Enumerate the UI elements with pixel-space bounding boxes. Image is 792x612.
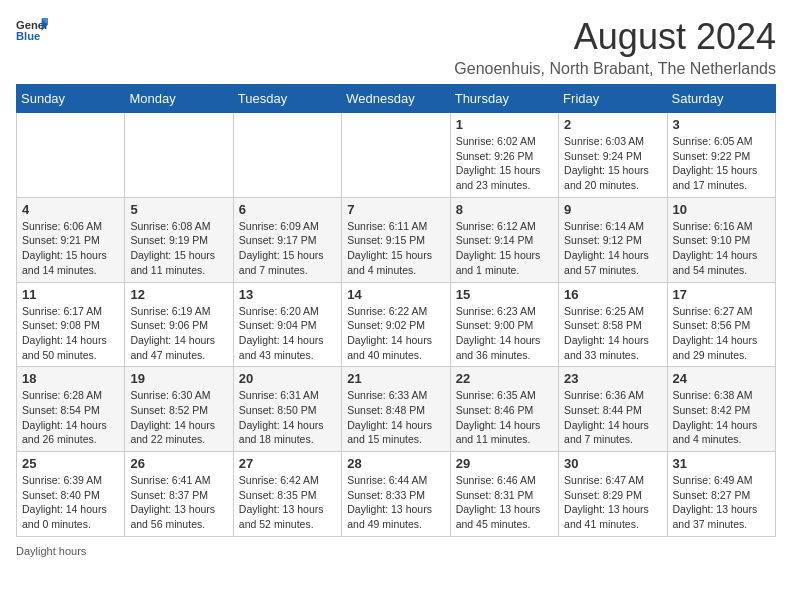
calendar-cell: 4Sunrise: 6:06 AM Sunset: 9:21 PM Daylig…: [17, 197, 125, 282]
calendar-cell: 11Sunrise: 6:17 AM Sunset: 9:08 PM Dayli…: [17, 282, 125, 367]
day-info: Sunrise: 6:23 AM Sunset: 9:00 PM Dayligh…: [456, 304, 553, 363]
calendar-week-row: 25Sunrise: 6:39 AM Sunset: 8:40 PM Dayli…: [17, 452, 776, 537]
day-number: 27: [239, 456, 336, 471]
day-number: 25: [22, 456, 119, 471]
day-number: 3: [673, 117, 770, 132]
col-header-sunday: Sunday: [17, 85, 125, 113]
calendar-cell: 30Sunrise: 6:47 AM Sunset: 8:29 PM Dayli…: [559, 452, 667, 537]
calendar-cell: 12Sunrise: 6:19 AM Sunset: 9:06 PM Dayli…: [125, 282, 233, 367]
calendar-cell: 19Sunrise: 6:30 AM Sunset: 8:52 PM Dayli…: [125, 367, 233, 452]
day-info: Sunrise: 6:19 AM Sunset: 9:06 PM Dayligh…: [130, 304, 227, 363]
calendar-week-row: 1Sunrise: 6:02 AM Sunset: 9:26 PM Daylig…: [17, 113, 776, 198]
day-number: 24: [673, 371, 770, 386]
day-number: 20: [239, 371, 336, 386]
col-header-thursday: Thursday: [450, 85, 558, 113]
calendar-cell: 22Sunrise: 6:35 AM Sunset: 8:46 PM Dayli…: [450, 367, 558, 452]
day-number: 18: [22, 371, 119, 386]
calendar-cell: 13Sunrise: 6:20 AM Sunset: 9:04 PM Dayli…: [233, 282, 341, 367]
day-number: 9: [564, 202, 661, 217]
page-header: General Blue August 2024 Genoenhuis, Nor…: [16, 16, 776, 78]
calendar-cell: 29Sunrise: 6:46 AM Sunset: 8:31 PM Dayli…: [450, 452, 558, 537]
col-header-tuesday: Tuesday: [233, 85, 341, 113]
calendar-cell: 31Sunrise: 6:49 AM Sunset: 8:27 PM Dayli…: [667, 452, 775, 537]
day-info: Sunrise: 6:16 AM Sunset: 9:10 PM Dayligh…: [673, 219, 770, 278]
col-header-monday: Monday: [125, 85, 233, 113]
day-number: 15: [456, 287, 553, 302]
day-info: Sunrise: 6:09 AM Sunset: 9:17 PM Dayligh…: [239, 219, 336, 278]
day-number: 14: [347, 287, 444, 302]
day-info: Sunrise: 6:36 AM Sunset: 8:44 PM Dayligh…: [564, 388, 661, 447]
logo-icon: General Blue: [16, 16, 48, 44]
calendar-cell: [125, 113, 233, 198]
day-info: Sunrise: 6:25 AM Sunset: 8:58 PM Dayligh…: [564, 304, 661, 363]
title-block: August 2024 Genoenhuis, North Brabant, T…: [454, 16, 776, 78]
calendar-cell: 3Sunrise: 6:05 AM Sunset: 9:22 PM Daylig…: [667, 113, 775, 198]
day-number: 30: [564, 456, 661, 471]
day-info: Sunrise: 6:12 AM Sunset: 9:14 PM Dayligh…: [456, 219, 553, 278]
calendar-cell: 10Sunrise: 6:16 AM Sunset: 9:10 PM Dayli…: [667, 197, 775, 282]
day-number: 31: [673, 456, 770, 471]
day-info: Sunrise: 6:08 AM Sunset: 9:19 PM Dayligh…: [130, 219, 227, 278]
calendar-cell: [17, 113, 125, 198]
day-number: 12: [130, 287, 227, 302]
day-number: 11: [22, 287, 119, 302]
day-number: 16: [564, 287, 661, 302]
col-header-saturday: Saturday: [667, 85, 775, 113]
calendar-cell: 27Sunrise: 6:42 AM Sunset: 8:35 PM Dayli…: [233, 452, 341, 537]
calendar-cell: 24Sunrise: 6:38 AM Sunset: 8:42 PM Dayli…: [667, 367, 775, 452]
svg-text:Blue: Blue: [16, 30, 40, 42]
day-info: Sunrise: 6:31 AM Sunset: 8:50 PM Dayligh…: [239, 388, 336, 447]
day-number: 13: [239, 287, 336, 302]
calendar-cell: [342, 113, 450, 198]
day-info: Sunrise: 6:22 AM Sunset: 9:02 PM Dayligh…: [347, 304, 444, 363]
day-number: 19: [130, 371, 227, 386]
day-info: Sunrise: 6:38 AM Sunset: 8:42 PM Dayligh…: [673, 388, 770, 447]
day-info: Sunrise: 6:39 AM Sunset: 8:40 PM Dayligh…: [22, 473, 119, 532]
col-header-wednesday: Wednesday: [342, 85, 450, 113]
footer-note: Daylight hours: [16, 545, 776, 557]
calendar-cell: 20Sunrise: 6:31 AM Sunset: 8:50 PM Dayli…: [233, 367, 341, 452]
day-info: Sunrise: 6:05 AM Sunset: 9:22 PM Dayligh…: [673, 134, 770, 193]
calendar-cell: 21Sunrise: 6:33 AM Sunset: 8:48 PM Dayli…: [342, 367, 450, 452]
day-info: Sunrise: 6:02 AM Sunset: 9:26 PM Dayligh…: [456, 134, 553, 193]
day-info: Sunrise: 6:46 AM Sunset: 8:31 PM Dayligh…: [456, 473, 553, 532]
day-number: 6: [239, 202, 336, 217]
day-info: Sunrise: 6:49 AM Sunset: 8:27 PM Dayligh…: [673, 473, 770, 532]
calendar-cell: 5Sunrise: 6:08 AM Sunset: 9:19 PM Daylig…: [125, 197, 233, 282]
calendar-cell: 28Sunrise: 6:44 AM Sunset: 8:33 PM Dayli…: [342, 452, 450, 537]
day-info: Sunrise: 6:27 AM Sunset: 8:56 PM Dayligh…: [673, 304, 770, 363]
month-year-title: August 2024: [454, 16, 776, 58]
col-header-friday: Friday: [559, 85, 667, 113]
calendar-cell: 2Sunrise: 6:03 AM Sunset: 9:24 PM Daylig…: [559, 113, 667, 198]
calendar-header-row: SundayMondayTuesdayWednesdayThursdayFrid…: [17, 85, 776, 113]
day-number: 17: [673, 287, 770, 302]
day-number: 4: [22, 202, 119, 217]
calendar-cell: 15Sunrise: 6:23 AM Sunset: 9:00 PM Dayli…: [450, 282, 558, 367]
day-number: 22: [456, 371, 553, 386]
calendar-cell: 8Sunrise: 6:12 AM Sunset: 9:14 PM Daylig…: [450, 197, 558, 282]
day-info: Sunrise: 6:06 AM Sunset: 9:21 PM Dayligh…: [22, 219, 119, 278]
calendar-cell: 16Sunrise: 6:25 AM Sunset: 8:58 PM Dayli…: [559, 282, 667, 367]
day-info: Sunrise: 6:47 AM Sunset: 8:29 PM Dayligh…: [564, 473, 661, 532]
day-number: 10: [673, 202, 770, 217]
calendar-cell: 9Sunrise: 6:14 AM Sunset: 9:12 PM Daylig…: [559, 197, 667, 282]
day-number: 28: [347, 456, 444, 471]
day-number: 1: [456, 117, 553, 132]
calendar-cell: 1Sunrise: 6:02 AM Sunset: 9:26 PM Daylig…: [450, 113, 558, 198]
logo: General Blue: [16, 16, 48, 44]
day-info: Sunrise: 6:33 AM Sunset: 8:48 PM Dayligh…: [347, 388, 444, 447]
day-info: Sunrise: 6:28 AM Sunset: 8:54 PM Dayligh…: [22, 388, 119, 447]
calendar-cell: 14Sunrise: 6:22 AM Sunset: 9:02 PM Dayli…: [342, 282, 450, 367]
day-info: Sunrise: 6:11 AM Sunset: 9:15 PM Dayligh…: [347, 219, 444, 278]
day-number: 26: [130, 456, 227, 471]
day-info: Sunrise: 6:20 AM Sunset: 9:04 PM Dayligh…: [239, 304, 336, 363]
day-info: Sunrise: 6:30 AM Sunset: 8:52 PM Dayligh…: [130, 388, 227, 447]
calendar-cell: 7Sunrise: 6:11 AM Sunset: 9:15 PM Daylig…: [342, 197, 450, 282]
day-number: 5: [130, 202, 227, 217]
calendar-week-row: 18Sunrise: 6:28 AM Sunset: 8:54 PM Dayli…: [17, 367, 776, 452]
calendar-cell: [233, 113, 341, 198]
day-number: 29: [456, 456, 553, 471]
day-info: Sunrise: 6:17 AM Sunset: 9:08 PM Dayligh…: [22, 304, 119, 363]
day-info: Sunrise: 6:14 AM Sunset: 9:12 PM Dayligh…: [564, 219, 661, 278]
calendar-cell: 26Sunrise: 6:41 AM Sunset: 8:37 PM Dayli…: [125, 452, 233, 537]
